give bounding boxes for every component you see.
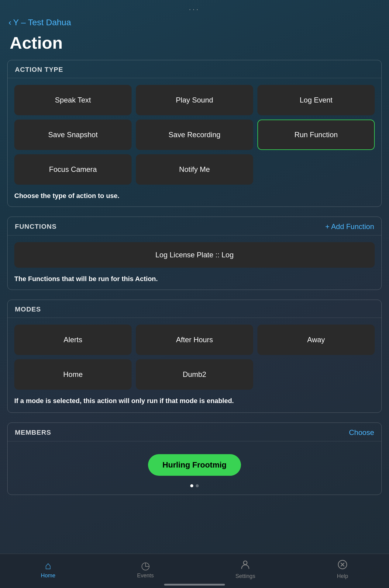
action-btn-notify-me[interactable]: Notify Me bbox=[136, 154, 253, 185]
members-body: Hurling Frootmig bbox=[8, 441, 381, 495]
mode-btn-empty bbox=[257, 359, 375, 390]
action-type-section: ACTION TYPE Speak Text Play Sound Log Ev… bbox=[7, 60, 382, 207]
modes-hint: If a mode is selected, this action will … bbox=[14, 394, 375, 407]
tab-settings[interactable]: Settings bbox=[236, 559, 255, 579]
action-btn-save-recording[interactable]: Save Recording bbox=[136, 120, 253, 150]
member-page-dots bbox=[14, 481, 375, 489]
action-type-hint: Choose the type of action to use. bbox=[14, 189, 375, 201]
home-indicator bbox=[164, 584, 225, 586]
action-btn-empty bbox=[257, 154, 375, 185]
action-btn-log-event[interactable]: Log Event bbox=[257, 85, 375, 115]
action-type-title: ACTION TYPE bbox=[15, 66, 63, 74]
page-title: Action bbox=[0, 27, 389, 60]
tab-help[interactable]: Help bbox=[337, 559, 348, 579]
tab-settings-label: Settings bbox=[236, 573, 255, 579]
member-dot-1 bbox=[190, 484, 193, 487]
member-chip[interactable]: Hurling Frootmig bbox=[148, 454, 241, 476]
functions-header: FUNCTIONS + Add Function bbox=[8, 217, 381, 235]
modes-grid-row1: Alerts After Hours Away bbox=[14, 325, 375, 355]
action-btn-focus-camera[interactable]: Focus Camera bbox=[14, 154, 132, 185]
svg-point-0 bbox=[243, 561, 247, 565]
modes-grid-row2: Home Dumb2 bbox=[14, 359, 375, 390]
action-btn-run-function[interactable]: Run Function bbox=[257, 120, 375, 150]
mode-btn-after-hours[interactable]: After Hours bbox=[136, 325, 253, 355]
members-header: MEMBERS Choose bbox=[8, 423, 381, 441]
action-type-header: ACTION TYPE bbox=[8, 60, 381, 78]
modes-section: MODES Alerts After Hours Away Home Dumb2… bbox=[7, 300, 382, 413]
action-btn-play-sound[interactable]: Play Sound bbox=[136, 85, 253, 115]
tab-home-label: Home bbox=[41, 572, 55, 579]
function-item[interactable]: Log License Plate :: Log bbox=[14, 242, 375, 268]
back-chevron-icon: ‹ bbox=[9, 18, 11, 27]
modes-header: MODES bbox=[8, 300, 381, 318]
tab-events-label: Events bbox=[137, 572, 154, 579]
tab-events[interactable]: ◷ Events bbox=[137, 560, 154, 579]
members-section: MEMBERS Choose Hurling Frootmig bbox=[7, 423, 382, 495]
add-function-button[interactable]: + Add Function bbox=[325, 222, 374, 231]
mode-btn-dumb2[interactable]: Dumb2 bbox=[136, 359, 253, 390]
functions-body: Log License Plate :: Log The Functions t… bbox=[8, 235, 381, 290]
action-type-body: Speak Text Play Sound Log Event Save Sna… bbox=[8, 78, 381, 207]
help-icon bbox=[337, 559, 348, 571]
member-chip-row: Hurling Frootmig bbox=[14, 448, 375, 481]
back-navigation[interactable]: ‹ Y – Test Dahua bbox=[0, 16, 389, 27]
member-dot-2 bbox=[196, 484, 199, 487]
action-type-grid-row3: Focus Camera Notify Me bbox=[14, 154, 375, 185]
action-type-grid-row2: Save Snapshot Save Recording Run Functio… bbox=[14, 120, 375, 150]
members-choose-button[interactable]: Choose bbox=[349, 428, 374, 437]
top-dots: ··· bbox=[0, 0, 389, 16]
mode-btn-away[interactable]: Away bbox=[257, 325, 375, 355]
settings-icon bbox=[240, 559, 250, 571]
modes-body: Alerts After Hours Away Home Dumb2 If a … bbox=[8, 318, 381, 412]
functions-hint: The Functions that will be run for this … bbox=[14, 273, 375, 284]
events-icon: ◷ bbox=[141, 560, 150, 571]
action-type-grid-row1: Speak Text Play Sound Log Event bbox=[14, 85, 375, 115]
back-label[interactable]: Y – Test Dahua bbox=[13, 18, 71, 27]
mode-btn-alerts[interactable]: Alerts bbox=[14, 325, 132, 355]
tab-home[interactable]: ⌂ Home bbox=[41, 560, 55, 579]
home-icon: ⌂ bbox=[45, 560, 51, 571]
action-btn-save-snapshot[interactable]: Save Snapshot bbox=[14, 120, 132, 150]
modes-title: MODES bbox=[15, 305, 41, 313]
functions-title: FUNCTIONS bbox=[15, 223, 57, 231]
action-btn-speak-text[interactable]: Speak Text bbox=[14, 85, 132, 115]
mode-btn-home[interactable]: Home bbox=[14, 359, 132, 390]
members-title: MEMBERS bbox=[15, 429, 51, 437]
tab-bar: ⌂ Home ◷ Events Settings Help bbox=[0, 554, 389, 588]
tab-help-label: Help bbox=[337, 573, 348, 579]
functions-section: FUNCTIONS + Add Function Log License Pla… bbox=[7, 217, 382, 290]
